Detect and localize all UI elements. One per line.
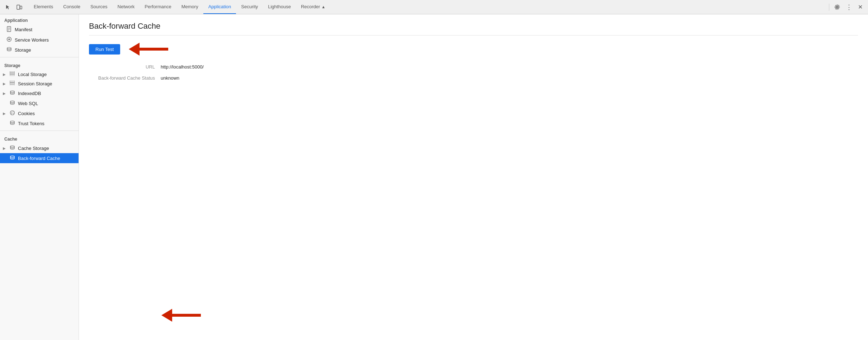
close-button[interactable]: ✕ bbox=[855, 2, 865, 12]
svg-point-23 bbox=[10, 121, 14, 122]
back-forward-cache-arrow bbox=[161, 309, 208, 322]
sidebar-item-cookies-label: Cookies bbox=[18, 111, 35, 116]
device-icon bbox=[16, 4, 22, 10]
sidebar-item-indexeddb[interactable]: ▶ IndexedDB bbox=[0, 88, 79, 98]
web-sql-icon bbox=[9, 100, 15, 107]
bottom-arrow-container bbox=[161, 309, 208, 323]
tab-memory[interactable]: Memory bbox=[176, 0, 203, 14]
content-inner: Back-forward Cache Run Test URL http://l… bbox=[79, 14, 868, 94]
settings-button[interactable] bbox=[832, 2, 842, 12]
toolbar-divider bbox=[829, 4, 829, 11]
sidebar-item-web-sql[interactable]: ▶ Web SQL bbox=[0, 98, 79, 108]
more-options-button[interactable]: ⋮ bbox=[844, 2, 854, 12]
svg-point-8 bbox=[7, 47, 11, 49]
session-storage-arrow: ▶ bbox=[2, 82, 6, 86]
sidebar-item-cookies[interactable]: ▶ Cookies bbox=[0, 108, 79, 118]
cookies-icon bbox=[9, 110, 15, 117]
sidebar-item-manifest-label: Manifest bbox=[15, 27, 32, 32]
sidebar-item-back-forward-cache-label: Back-forward Cache bbox=[18, 156, 60, 161]
url-value: http://localhost:5000/ bbox=[161, 64, 204, 70]
svg-rect-0 bbox=[17, 5, 20, 9]
svg-point-16 bbox=[10, 101, 14, 102]
sidebar-section-application: Application bbox=[0, 14, 79, 24]
trust-tokens-icon bbox=[9, 120, 15, 127]
sidebar-item-cache-storage[interactable]: ▶ Cache Storage bbox=[0, 143, 79, 153]
tab-console[interactable]: Console bbox=[58, 0, 85, 14]
close-icon: ✕ bbox=[858, 4, 863, 10]
sidebar-item-cache-storage-label: Cache Storage bbox=[18, 146, 49, 151]
sidebar-item-indexeddb-label: IndexedDB bbox=[18, 91, 41, 96]
sidebar-divider-1 bbox=[0, 57, 79, 57]
svg-rect-12 bbox=[10, 81, 15, 82]
sidebar-item-session-storage-label: Session Storage bbox=[18, 81, 52, 86]
status-row: Back-forward Cache Status unknown bbox=[89, 75, 858, 81]
svg-point-18 bbox=[11, 112, 12, 113]
tab-application[interactable]: Application bbox=[203, 0, 236, 14]
sidebar-item-web-sql-label: Web SQL bbox=[18, 101, 38, 106]
svg-point-20 bbox=[11, 113, 12, 114]
tab-lighthouse[interactable]: Lighthouse bbox=[263, 0, 296, 14]
sidebar-item-session-storage[interactable]: ▶ Session Storage bbox=[0, 79, 79, 88]
sidebar-divider-2 bbox=[0, 131, 79, 131]
sidebar-item-local-storage[interactable]: ▶ Local Storage bbox=[0, 70, 79, 79]
storage-app-icon bbox=[6, 47, 12, 53]
sidebar-item-manifest[interactable]: Manifest bbox=[0, 24, 79, 35]
tab-network[interactable]: Network bbox=[113, 0, 140, 14]
svg-marker-27 bbox=[129, 43, 140, 56]
sidebar-item-service-workers-label: Service Workers bbox=[15, 37, 49, 43]
indexeddb-arrow: ▶ bbox=[2, 91, 6, 95]
toolbar-left-icons bbox=[3, 2, 24, 12]
tab-security[interactable]: Security bbox=[236, 0, 263, 14]
tab-sources[interactable]: Sources bbox=[85, 0, 113, 14]
svg-point-7 bbox=[9, 39, 10, 40]
toolbar: Elements Console Sources Network Perform… bbox=[0, 0, 868, 14]
svg-rect-11 bbox=[10, 75, 15, 76]
svg-marker-29 bbox=[161, 309, 172, 322]
local-storage-icon bbox=[9, 71, 15, 77]
main-layout: Application Manifest Service Workers Sto… bbox=[0, 14, 868, 340]
tab-list: Elements Console Sources Network Perform… bbox=[29, 0, 825, 14]
indexeddb-icon bbox=[9, 90, 15, 96]
content-divider bbox=[89, 35, 858, 36]
sidebar-item-storage-label: Storage bbox=[15, 47, 31, 53]
svg-point-21 bbox=[13, 113, 14, 114]
session-storage-icon bbox=[9, 81, 15, 86]
back-forward-cache-icon bbox=[9, 155, 15, 161]
url-row: URL http://localhost:5000/ bbox=[89, 64, 858, 70]
toolbar-right: ⋮ ✕ bbox=[827, 2, 865, 12]
cursor-icon bbox=[5, 4, 11, 10]
sidebar-item-service-workers[interactable]: Service Workers bbox=[0, 35, 79, 45]
device-toolbar-button[interactable] bbox=[14, 2, 24, 12]
svg-point-17 bbox=[10, 111, 14, 115]
sidebar-item-trust-tokens-label: Trust Tokens bbox=[18, 121, 44, 126]
sidebar-item-storage-app[interactable]: Storage bbox=[0, 45, 79, 55]
svg-rect-1 bbox=[20, 6, 22, 9]
service-workers-icon bbox=[6, 37, 12, 43]
gear-icon bbox=[834, 4, 840, 10]
url-label: URL bbox=[89, 64, 161, 70]
cookies-arrow: ▶ bbox=[2, 112, 6, 115]
sidebar-item-trust-tokens[interactable]: ▶ Trust Tokens bbox=[0, 118, 79, 128]
svg-rect-28 bbox=[172, 314, 201, 317]
page-title: Back-forward Cache bbox=[89, 22, 858, 31]
cache-storage-icon bbox=[9, 145, 15, 151]
tab-performance[interactable]: Performance bbox=[140, 0, 176, 14]
sidebar-item-local-storage-label: Local Storage bbox=[18, 72, 47, 77]
tab-elements[interactable]: Elements bbox=[29, 0, 58, 14]
svg-rect-13 bbox=[10, 82, 15, 84]
svg-point-19 bbox=[13, 112, 13, 112]
sidebar-item-back-forward-cache[interactable]: ▶ Back-forward Cache bbox=[0, 153, 79, 163]
cursor-icon-button[interactable] bbox=[3, 2, 13, 12]
ellipsis-icon: ⋮ bbox=[846, 3, 852, 11]
svg-point-22 bbox=[11, 113, 11, 113]
sidebar-section-cache: Cache bbox=[0, 133, 79, 143]
svg-point-25 bbox=[10, 156, 14, 157]
status-value: unknown bbox=[161, 75, 179, 81]
content-area: Back-forward Cache Run Test URL http://l… bbox=[79, 14, 868, 340]
tab-recorder[interactable]: Recorder ▲ bbox=[296, 0, 330, 14]
svg-point-24 bbox=[10, 146, 14, 147]
recorder-icon: ▲ bbox=[321, 5, 325, 9]
svg-rect-9 bbox=[10, 71, 15, 73]
run-test-button[interactable]: Run Test bbox=[89, 44, 120, 55]
status-label: Back-forward Cache Status bbox=[89, 75, 161, 81]
